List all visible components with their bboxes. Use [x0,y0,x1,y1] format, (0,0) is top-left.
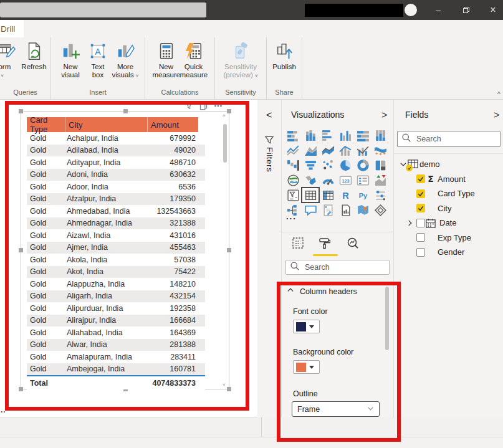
smart-narrative-visual-icon[interactable] [319,203,337,217]
close-button[interactable]: × [482,0,503,20]
filled-map-visual-icon[interactable] [302,173,319,188]
table-row[interactable]: GoldAdoni, India630632 [27,169,205,181]
q-and-a-visual-icon[interactable] [302,203,319,217]
table-visual-icon[interactable] [302,188,319,203]
table-row[interactable]: GoldAligarh, India432154 [27,290,205,303]
new-measure-button[interactable]: Newmeasure [153,37,180,88]
minimize-button[interactable]: – [428,0,449,20]
column-header-amount[interactable]: Amount [148,117,198,132]
table-row[interactable]: GoldAjmer, India455463 [27,242,205,254]
field-item-card-type[interactable]: Card Type [394,186,503,201]
new-visual-button[interactable]: Newvisual [57,37,84,88]
multi-row-card-visual-icon[interactable] [354,173,371,188]
sensitivity-button[interactable]: Sensitivity(preview) ˅ [218,37,263,88]
resize-handle[interactable] [19,109,23,113]
line-stacked-column-chart-visual-icon[interactable] [337,143,354,158]
field-item-city[interactable]: City [394,201,503,216]
table-scrollbar[interactable]: ˄ ˅ [221,113,229,388]
outline-select[interactable]: Frame [292,401,380,417]
resize-handle[interactable] [123,109,128,113]
table-visual[interactable]: Card TypeCityAmount GoldAchalpur, India6… [21,111,229,389]
visualizations-expand-icon[interactable]: > [381,110,387,121]
field-item-gender[interactable]: Gender [394,245,503,260]
field-item-date[interactable]: Date [394,216,503,231]
column-header-card-type[interactable]: Card Type [27,117,65,132]
transform-data-button[interactable]: sformta ˅ [0,37,21,88]
ribbon-tab-drill[interactable]: Drill [0,20,24,37]
table-row[interactable]: GoldAchalpur, India679992 [27,132,205,145]
text-box-button[interactable]: ATextbox [84,37,112,88]
table-row[interactable]: GoldAizawl, India431016 [27,229,205,242]
filters-collapse-icon[interactable]: < [266,110,272,121]
power-apps-visual-icon[interactable] [371,203,389,217]
waterfall-chart-visual-icon[interactable] [284,158,302,173]
scatter-chart-visual-icon[interactable] [319,158,337,173]
table-row[interactable]: GoldAlwar, India281388 [27,339,205,351]
field-checkbox[interactable] [416,174,425,183]
r-script-visual-icon[interactable]: R [337,188,354,203]
resize-handle[interactable] [19,387,23,391]
paginated-report-visual-icon[interactable] [337,203,354,217]
more-visual-options[interactable]: ... [286,212,297,221]
matrix-visual-icon[interactable] [319,188,337,203]
table-row[interactable]: GoldAhmedabad, India132543663 [27,205,205,217]
format-tab[interactable] [318,237,330,252]
fields-tab[interactable] [292,237,304,252]
column-header-city[interactable]: City [65,117,148,132]
resize-handle[interactable] [19,248,23,252]
field-checkbox[interactable] [416,248,425,257]
area-chart-visual-icon[interactable] [302,143,319,158]
stacked-column-chart-visual-icon[interactable] [302,128,319,143]
key-influencers-visual-icon[interactable] [371,188,389,203]
kpi-visual-icon[interactable] [371,173,389,188]
ribbon-chart-visual-icon[interactable] [371,143,389,158]
donut-chart-visual-icon[interactable] [354,158,371,173]
scrollbar-thumb[interactable] [385,287,389,350]
refresh-button[interactable]: Refresh [21,37,48,88]
analytics-tab[interactable] [347,237,359,252]
stacked-bar-chart-visual-icon[interactable] [284,128,302,143]
more-visuals-button[interactable]: Morevisuals ˅ [112,37,139,88]
funnel-chart-visual-icon[interactable] [302,158,319,173]
table-row[interactable]: GoldAllahabad, India164369 [27,326,205,339]
table-row[interactable]: GoldAdityapur, India486710 [27,156,205,169]
table-row[interactable]: GoldAmbejogai, India160781 [27,363,205,376]
field-item-exp-type[interactable]: Exp Type [394,231,503,245]
card-visual-icon[interactable]: 123 [337,173,354,188]
line-clustered-column-chart-visual-icon[interactable] [354,143,371,158]
clustered-bar-chart-visual-icon[interactable] [319,128,337,143]
table-row[interactable]: GoldAkola, India57038 [27,254,205,266]
chevron-right-icon[interactable] [406,219,414,227]
field-checkbox[interactable] [416,233,425,242]
treemap-visual-icon[interactable] [371,158,389,173]
table-row[interactable]: GoldAmalapuram, India283411 [27,351,205,363]
table-row[interactable]: GoldAlirajpur, India166684 [27,315,205,327]
stacked-area-chart-visual-icon[interactable] [319,143,337,158]
scroll-up-icon[interactable]: ˄ [223,113,226,118]
font-color-picker[interactable] [293,320,320,333]
table-row[interactable]: GoldAlappuzha, India148210 [27,278,205,290]
clustered-column-chart-visual-icon[interactable] [337,128,354,143]
gauge-visual-icon[interactable] [319,173,337,188]
format-scrollbar[interactable] [385,284,389,418]
pie-chart-visual-icon[interactable] [337,158,354,173]
table-row[interactable]: GoldAkot, India75422 [27,266,205,279]
fields-expand-icon[interactable]: > [494,110,499,121]
format-search[interactable] [285,260,390,275]
column-headers-section-header[interactable]: Column headers [287,287,357,296]
field-checkbox[interactable] [416,189,425,198]
table-row[interactable]: GoldAfzalpur, India179350 [27,193,205,206]
table-row[interactable]: GoldAlipurduar, India192358 [27,302,205,315]
field-item-amount[interactable]: ΣAmount [394,172,503,187]
report-canvas[interactable]: .. Card TypeCityAmount GoldAchalpur, Ind… [0,100,257,417]
scrollbar-thumb[interactable] [223,124,227,163]
user-avatar[interactable] [405,4,417,16]
field-checkbox[interactable] [416,204,425,212]
hundred-stacked-column-chart-visual-icon[interactable] [371,128,389,143]
table-row[interactable]: GoldAdilabad, India49020 [27,145,205,157]
publish-button[interactable]: Publish [271,37,298,88]
hundred-stacked-bar-chart-visual-icon[interactable] [354,128,371,143]
slicer-visual-icon[interactable] [284,188,302,203]
fields-search-input[interactable] [415,134,496,144]
ribbon-collapse-icon[interactable]: ^ [497,90,501,98]
